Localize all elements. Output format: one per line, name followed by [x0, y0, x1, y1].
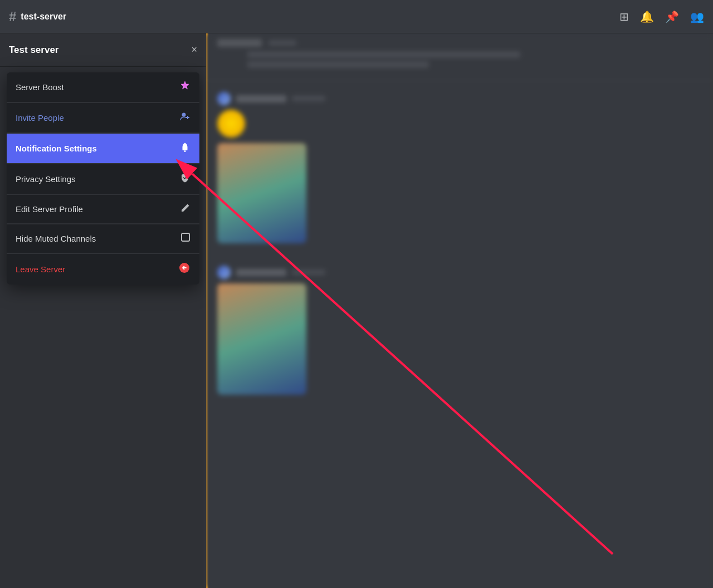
invite-people-label: Invite People	[16, 113, 64, 122]
leave-icon	[178, 262, 191, 277]
char-message-1	[206, 81, 713, 249]
svg-rect-6	[182, 233, 189, 241]
pin-icon[interactable]: 📌	[665, 10, 679, 23]
svg-point-0	[183, 83, 187, 87]
chat-background	[206, 33, 713, 588]
notification-icon	[179, 141, 191, 155]
dropdown-menu: Server Boost Invite People	[7, 72, 199, 285]
hash-icon: #	[9, 9, 16, 24]
menu-item-leave-server[interactable]: Leave Server	[7, 254, 199, 285]
menu-item-invite-people[interactable]: Invite People	[7, 103, 199, 133]
members-icon[interactable]: 👥	[690, 10, 704, 23]
menu-header: Test server ×	[0, 33, 206, 67]
privacy-settings-label: Privacy Settings	[16, 174, 76, 184]
leave-server-label: Leave Server	[16, 264, 65, 274]
context-menu-panel: Test server × Server Boost Invite People	[0, 33, 206, 588]
menu-item-server-boost[interactable]: Server Boost	[7, 72, 199, 102]
hide-muted-channels-label: Hide Muted Channels	[16, 234, 96, 243]
checkbox-icon	[180, 232, 191, 245]
threads-icon[interactable]: ⊞	[619, 10, 629, 23]
menu-title: Test server	[9, 45, 58, 56]
shield-icon	[179, 172, 191, 186]
bell-icon[interactable]: 🔔	[640, 10, 654, 23]
main-content: Test server × Server Boost Invite People	[0, 33, 713, 588]
boost-icon	[179, 80, 191, 94]
pencil-icon	[180, 203, 191, 215]
svg-point-1	[182, 113, 186, 117]
menu-item-privacy-settings[interactable]: Privacy Settings	[7, 164, 199, 194]
app-header: # test-server ⊞ 🔔 📌 👥	[0, 0, 713, 33]
message-block-1	[206, 33, 713, 81]
close-button[interactable]: ×	[191, 44, 197, 56]
server-boost-label: Server Boost	[16, 82, 64, 92]
header-icons: ⊞ 🔔 📌 👥	[619, 10, 704, 23]
menu-item-notification-settings[interactable]: Notification Settings	[7, 134, 199, 164]
edit-server-profile-label: Edit Server Profile	[16, 204, 83, 214]
svg-point-5	[184, 150, 186, 152]
menu-item-edit-server-profile[interactable]: Edit Server Profile	[7, 195, 199, 224]
channel-info: # test-server	[9, 9, 619, 24]
notification-settings-label: Notification Settings	[16, 144, 97, 153]
char-message-2	[206, 249, 713, 400]
invite-icon	[179, 111, 191, 125]
svg-rect-4	[183, 149, 188, 150]
menu-item-hide-muted-channels[interactable]: Hide Muted Channels	[7, 224, 199, 253]
channel-name: test-server	[21, 12, 66, 22]
